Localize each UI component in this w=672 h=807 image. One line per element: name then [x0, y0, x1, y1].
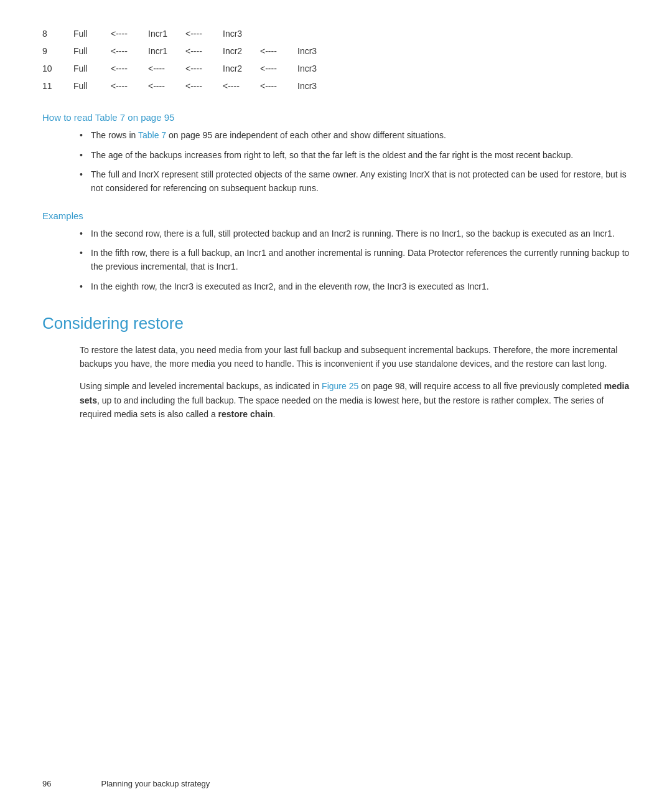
bullet-text-after: on page 95 are independent of each other… [166, 130, 446, 140]
row-cell: Incr3 [297, 77, 335, 95]
row-cell: Full [73, 60, 111, 77]
row-cell: <---- [111, 25, 148, 42]
table-row: 8Full<----Incr1<----Incr3 [42, 25, 335, 42]
backup-table: 8Full<----Incr1<----Incr39Full<----Incr1… [42, 25, 335, 95]
table-section: 8Full<----Incr1<----Incr39Full<----Incr1… [42, 25, 630, 95]
row-cell: <---- [111, 42, 148, 60]
how-to-read-list: The rows in Table 7 on page 95 are indep… [80, 129, 630, 196]
footer: 96 Planning your backup strategy [42, 779, 630, 788]
row-cell [297, 25, 335, 42]
examples-item: In the second row, there is a full, stil… [80, 227, 630, 241]
row-number: 8 [42, 25, 73, 42]
footer-page-number: 96 [42, 779, 51, 788]
row-cell: Incr2 [223, 60, 260, 77]
considering-restore-heading: Considering restore [42, 314, 630, 333]
examples-item: In the eighth row, the Incr3 is executed… [80, 280, 630, 294]
figure25-link[interactable]: Figure 25 [322, 381, 358, 391]
row-cell: <---- [185, 25, 223, 42]
restore-chain-bold: restore chain [218, 409, 273, 419]
row-cell: <---- [260, 60, 297, 77]
footer-title: Planning your backup strategy [101, 779, 210, 788]
row-cell: Incr1 [148, 42, 185, 60]
how-to-read-text-after: on page 95 [125, 112, 174, 123]
how-to-read-text-before: How to read [42, 112, 95, 123]
examples-section: Examples In the second row, there is a f… [42, 210, 630, 294]
row-number: 10 [42, 60, 73, 77]
examples-heading: Examples [42, 210, 630, 221]
how-to-read-item: The full and IncrX represent still prote… [80, 168, 630, 195]
how-to-read-heading: How to read Table 7 on page 95 [42, 112, 630, 123]
table-row: 11Full<----<----<----<----<----Incr3 [42, 77, 335, 95]
row-cell: <---- [223, 77, 260, 95]
examples-item: In the fifth row, there is a full backup… [80, 247, 630, 273]
row-cell [260, 25, 297, 42]
row-cell: <---- [111, 60, 148, 77]
row-cell: <---- [260, 77, 297, 95]
row-cell: Full [73, 77, 111, 95]
table-row: 10Full<----<----<----Incr2<----Incr3 [42, 60, 335, 77]
row-cell: <---- [148, 60, 185, 77]
row-cell: <---- [148, 77, 185, 95]
considering-restore-paragraph2: Using simple and leveled incremental bac… [80, 379, 630, 421]
examples-list: In the second row, there is a full, stil… [80, 227, 630, 294]
row-cell: Incr3 [223, 25, 260, 42]
row-cell: Incr1 [148, 25, 185, 42]
bullet-text-before: The rows in [91, 130, 138, 140]
row-cell: Full [73, 25, 111, 42]
considering-restore-paragraph1: To restore the latest data, you need med… [80, 343, 630, 371]
row-cell: <---- [185, 77, 223, 95]
row-cell: <---- [111, 77, 148, 95]
row-cell: Full [73, 42, 111, 60]
table7-link-heading[interactable]: Table 7 [95, 112, 125, 123]
table7-link[interactable]: Table 7 [138, 130, 166, 140]
row-cell: <---- [185, 42, 223, 60]
row-cell: <---- [185, 60, 223, 77]
table-row: 9Full<----Incr1<----Incr2<----Incr3 [42, 42, 335, 60]
how-to-read-item: The rows in Table 7 on page 95 are indep… [80, 129, 630, 143]
how-to-read-item: The age of the backups increases from ri… [80, 149, 630, 163]
row-cell: Incr2 [223, 42, 260, 60]
row-cell: Incr3 [297, 60, 335, 77]
row-cell: <---- [260, 42, 297, 60]
row-cell: Incr3 [297, 42, 335, 60]
row-number: 9 [42, 42, 73, 60]
row-number: 11 [42, 77, 73, 95]
